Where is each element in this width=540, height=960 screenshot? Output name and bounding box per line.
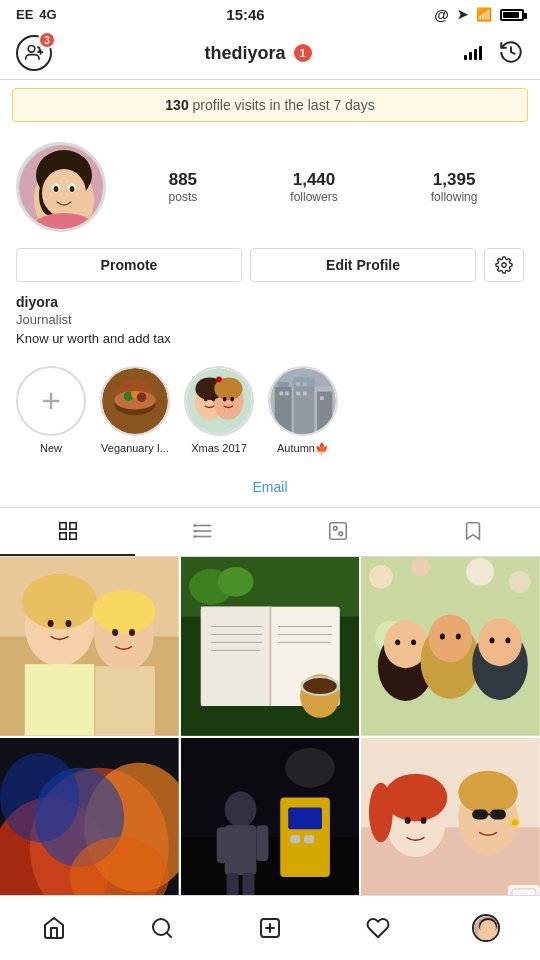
svg-point-127 bbox=[285, 748, 335, 788]
dm-badge: 1 bbox=[294, 44, 312, 62]
svg-point-141 bbox=[512, 819, 518, 825]
posts-label: posts bbox=[169, 190, 198, 204]
svg-point-32 bbox=[230, 397, 234, 402]
svg-rect-48 bbox=[69, 523, 75, 529]
svg-point-105 bbox=[456, 633, 461, 639]
bio-section: diyora Journalist Know ur worth and add … bbox=[16, 294, 524, 346]
tabs-row bbox=[0, 508, 540, 557]
nav-right-icons bbox=[464, 39, 524, 68]
grid-item-2[interactable] bbox=[181, 557, 360, 736]
svg-point-138 bbox=[405, 817, 411, 824]
avatar[interactable] bbox=[16, 142, 106, 232]
grid-item-6[interactable] bbox=[361, 738, 540, 917]
followers-count: 1,440 bbox=[293, 170, 336, 190]
followers-stat[interactable]: 1,440 followers bbox=[290, 170, 337, 204]
svg-rect-67 bbox=[95, 666, 155, 735]
svg-point-99 bbox=[429, 615, 473, 663]
tab-bookmark[interactable] bbox=[405, 508, 540, 556]
svg-rect-122 bbox=[224, 825, 256, 875]
svg-point-70 bbox=[112, 629, 118, 636]
story-veganuary[interactable]: Veganuary I... bbox=[100, 366, 170, 455]
follower-notification-badge: 3 bbox=[38, 31, 56, 49]
bottom-nav bbox=[0, 895, 540, 960]
svg-point-92 bbox=[467, 558, 495, 586]
story-new-label: New bbox=[40, 442, 62, 454]
svg-point-68 bbox=[48, 620, 54, 627]
svg-point-91 bbox=[411, 557, 431, 577]
svg-point-33 bbox=[216, 376, 222, 382]
following-count: 1,395 bbox=[433, 170, 476, 190]
nav-title-area: thediyora 1 bbox=[204, 43, 311, 64]
story-xmas-label: Xmas 2017 bbox=[191, 442, 247, 454]
email-link[interactable]: Email bbox=[252, 479, 287, 495]
svg-point-56 bbox=[193, 535, 196, 538]
history-icon[interactable] bbox=[498, 39, 524, 68]
edit-profile-button[interactable]: Edit Profile bbox=[250, 248, 476, 282]
svg-rect-44 bbox=[303, 392, 307, 396]
svg-point-113 bbox=[0, 753, 79, 842]
bottom-add-button[interactable] bbox=[248, 906, 292, 950]
carrier-label: EE bbox=[16, 7, 33, 22]
promote-button[interactable]: Promote bbox=[16, 248, 242, 282]
svg-rect-135 bbox=[473, 809, 489, 819]
svg-rect-123 bbox=[216, 827, 228, 863]
story-veganuary-circle bbox=[100, 366, 170, 436]
tab-grid[interactable] bbox=[0, 508, 135, 556]
svg-rect-57 bbox=[329, 523, 346, 540]
bottom-search-button[interactable] bbox=[140, 906, 184, 950]
svg-point-29 bbox=[204, 397, 208, 402]
svg-point-121 bbox=[224, 791, 256, 827]
svg-rect-66 bbox=[25, 664, 94, 735]
story-xmas[interactable]: Xmas 2017 bbox=[184, 366, 254, 455]
grid-item-5[interactable] bbox=[181, 738, 360, 917]
add-follower-button[interactable]: 3 bbox=[16, 35, 52, 71]
svg-point-55 bbox=[193, 530, 196, 533]
story-new[interactable]: New bbox=[16, 366, 86, 455]
grid-item-3[interactable] bbox=[361, 557, 540, 736]
svg-point-59 bbox=[338, 532, 342, 536]
svg-point-104 bbox=[440, 633, 445, 639]
profile-section: 885 posts 1,440 followers 1,395 followin… bbox=[0, 130, 540, 346]
svg-rect-120 bbox=[304, 835, 314, 843]
svg-point-63 bbox=[22, 574, 97, 630]
bottom-heart-button[interactable] bbox=[356, 906, 400, 950]
following-stat[interactable]: 1,395 following bbox=[431, 170, 478, 204]
grid-item-4[interactable] bbox=[0, 738, 179, 917]
stats-icon[interactable] bbox=[464, 46, 482, 60]
followers-label: followers bbox=[290, 190, 337, 204]
svg-rect-124 bbox=[256, 825, 268, 861]
bottom-home-button[interactable] bbox=[32, 906, 76, 950]
posts-count: 885 bbox=[169, 170, 197, 190]
story-xmas-circle bbox=[184, 366, 254, 436]
profile-top: 885 posts 1,440 followers 1,395 followin… bbox=[16, 142, 524, 232]
svg-rect-38 bbox=[317, 392, 332, 434]
visits-text: profile visits in the last 7 days bbox=[193, 97, 375, 113]
grid-item-1[interactable] bbox=[0, 557, 179, 736]
svg-point-58 bbox=[333, 526, 337, 530]
heart-icon bbox=[366, 916, 390, 940]
svg-rect-75 bbox=[201, 607, 270, 706]
story-autumn-circle bbox=[268, 366, 338, 436]
time-label: 15:46 bbox=[226, 6, 264, 23]
svg-point-11 bbox=[70, 186, 75, 192]
settings-button[interactable] bbox=[484, 248, 524, 282]
bottom-profile-button[interactable] bbox=[464, 906, 508, 950]
home-icon bbox=[42, 916, 66, 940]
at-icon: @ bbox=[434, 6, 449, 23]
svg-point-7 bbox=[42, 169, 86, 217]
bluetooth-icon: 📶 bbox=[476, 7, 492, 22]
visits-count: 130 bbox=[165, 97, 188, 113]
status-left: EE 4G bbox=[16, 7, 57, 22]
tab-tagged[interactable] bbox=[270, 508, 405, 556]
svg-rect-40 bbox=[285, 392, 289, 396]
tab-list[interactable] bbox=[135, 508, 270, 556]
story-autumn[interactable]: Autumn🍁 bbox=[268, 366, 338, 455]
visits-banner: 130 profile visits in the last 7 days bbox=[12, 88, 528, 122]
username-title: thediyora bbox=[204, 43, 285, 64]
svg-rect-45 bbox=[320, 396, 324, 400]
svg-point-107 bbox=[506, 637, 511, 643]
svg-point-30 bbox=[211, 397, 215, 402]
svg-point-101 bbox=[478, 619, 522, 667]
network-label: 4G bbox=[39, 7, 56, 22]
stories-row: New Veganuary I... bbox=[0, 358, 540, 471]
